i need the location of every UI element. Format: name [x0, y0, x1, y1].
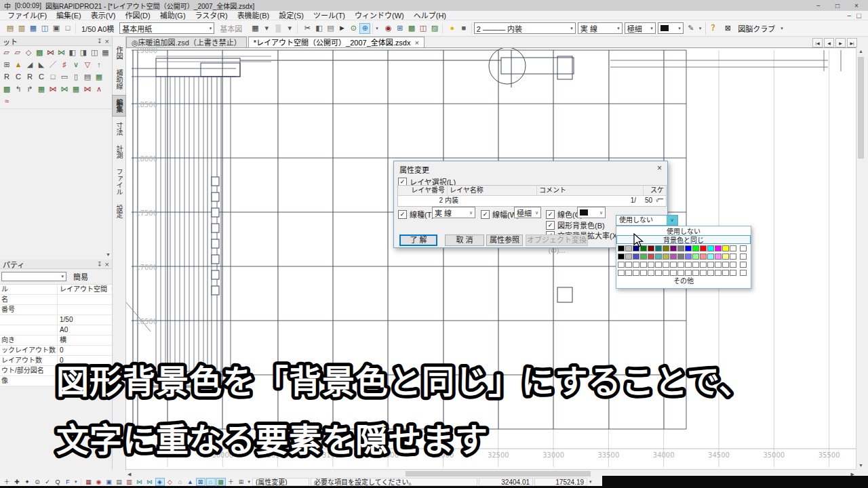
tool-icon[interactable]: ▣: [51, 23, 62, 34]
help-icon[interactable]: ？: [709, 23, 720, 34]
tool-icon[interactable]: ●: [447, 23, 458, 34]
pen-icon[interactable]: ✎: [686, 23, 696, 34]
palette-icon[interactable]: ▦: [71, 83, 81, 94]
color-swatch[interactable]: [670, 253, 677, 260]
color-swatch[interactable]: [633, 253, 639, 260]
tool-icon[interactable]: ⊙: [33, 478, 42, 486]
pin-icon[interactable]: ↧: [97, 38, 102, 45]
cancel-button[interactable]: 取 消: [445, 235, 484, 246]
mode-tab-3[interactable]: 寸法: [112, 118, 126, 140]
status-overflow-icon[interactable]: ▾: [248, 479, 252, 485]
tool-icon[interactable]: ▥: [125, 478, 134, 486]
color-swatch[interactable]: [663, 253, 669, 260]
layer-select[interactable]: 2 ――― 内装▾: [474, 22, 576, 34]
tool-icon[interactable]: ▾: [261, 23, 272, 34]
palette-icon[interactable]: ⋈: [45, 47, 56, 58]
palette-icon[interactable]: ∧: [94, 83, 104, 94]
dialog-linewidth-select[interactable]: 極細∨: [514, 207, 541, 218]
color-swatch[interactable]: [740, 245, 747, 251]
property-row[interactable]: A0: [0, 325, 112, 336]
tool-icon[interactable]: ⊙: [348, 23, 359, 34]
minimize-icon[interactable]: −: [811, 2, 826, 9]
color-swatch[interactable]: [700, 253, 707, 260]
property-row[interactable]: 名: [0, 295, 112, 305]
color-swatch[interactable]: [692, 245, 699, 251]
palette-icon[interactable]: ↰: [13, 83, 24, 94]
tool-icon[interactable]: ▤: [325, 23, 336, 34]
tool-icon[interactable]: ▦: [28, 23, 39, 34]
color-swatch[interactable]: [700, 262, 707, 268]
property-row[interactable]: ルレイアウト空間（公開可）_2007_: [0, 285, 112, 295]
color-swatch[interactable]: [715, 245, 722, 251]
palette-icon[interactable]: ▦: [94, 71, 104, 82]
attribute-ref-button[interactable]: 属性参照: [486, 235, 523, 246]
color-swatch[interactable]: [722, 245, 729, 251]
palette-icon[interactable]: ♯: [59, 59, 70, 70]
color-swatch[interactable]: [663, 270, 669, 276]
linetype-select[interactable]: 実 線▾: [578, 22, 623, 34]
restore-icon[interactable]: □: [830, 2, 845, 9]
property-row[interactable]: 1/50: [0, 315, 112, 325]
color-swatch[interactable]: [730, 262, 736, 268]
color-swatch[interactable]: [640, 253, 647, 260]
tool-icon[interactable]: ⌂: [176, 478, 185, 486]
palette-icon[interactable]: ／: [47, 59, 58, 70]
palette-icon[interactable]: □: [47, 71, 58, 82]
color-swatch[interactable]: [625, 262, 632, 268]
tool-icon[interactable]: ✂: [302, 23, 313, 34]
color-swatch[interactable]: [663, 262, 669, 268]
tab-nav-icon[interactable]: ◀: [824, 38, 834, 47]
tool-icon[interactable]: ▤: [115, 478, 124, 486]
palette-icon[interactable]: ◇: [23, 47, 33, 58]
vertical-scrollbar[interactable]: ▲ ▼: [856, 47, 865, 469]
color-swatch[interactable]: [707, 262, 714, 268]
palette-icon[interactable]: ▩: [1, 83, 12, 94]
color-swatch[interactable]: [670, 245, 677, 251]
palette-icon[interactable]: ⋈: [82, 83, 93, 94]
color-swatch[interactable]: [633, 262, 639, 268]
menu-item[interactable]: 補助(G): [155, 11, 191, 20]
color-swatch[interactable]: [730, 253, 736, 260]
color-swatch[interactable]: [655, 270, 662, 276]
color-swatch[interactable]: [730, 270, 736, 276]
tool-icon[interactable]: ⊕: [359, 23, 370, 34]
tool-icon[interactable]: ✚: [12, 478, 22, 486]
tool-icon[interactable]: ◇: [165, 478, 175, 486]
color-swatch[interactable]: [625, 253, 632, 260]
tool-icon[interactable]: ✦: [22, 478, 32, 486]
palette-icon[interactable]: ◧: [67, 47, 77, 58]
property-target-select[interactable]: ▾: [1, 272, 66, 281]
palette-icon[interactable]: ⋈: [56, 47, 66, 58]
color-swatch[interactable]: [618, 262, 625, 268]
color-swatch[interactable]: [677, 253, 684, 260]
color-swatch[interactable]: [700, 245, 707, 251]
property-row[interactable]: ックレイアウト数0: [0, 346, 112, 356]
status-overflow-icon[interactable]: ▾: [589, 479, 593, 485]
tool-icon[interactable]: ⊠: [196, 478, 205, 486]
tool-icon[interactable]: □: [62, 23, 73, 34]
tool-icon[interactable]: Q: [53, 478, 62, 486]
tool-icon[interactable]: ▩: [406, 23, 417, 34]
menu-item[interactable]: ツール(T): [309, 11, 350, 20]
menu-item[interactable]: 作図(D): [120, 11, 155, 20]
mode-tab-0[interactable]: 作図: [112, 42, 126, 64]
color-swatch[interactable]: [618, 253, 625, 260]
color-swatch[interactable]: [692, 270, 699, 276]
zuno-club-button[interactable]: 図脳クラブ: [735, 23, 778, 34]
horizontal-scroll-thumb[interactable]: [406, 471, 591, 476]
tool-icon[interactable]: ◧: [313, 23, 324, 34]
linewidth-select[interactable]: 極細▾: [625, 22, 656, 34]
scroll-left-icon[interactable]: ◀: [127, 472, 131, 477]
tool-icon[interactable]: ◫: [418, 23, 429, 34]
option-other[interactable]: その他: [616, 277, 751, 285]
color-swatch[interactable]: [640, 270, 647, 276]
child-minimize-icon[interactable]: −: [847, 12, 851, 20]
tab-nav-icon[interactable]: ▶|: [847, 38, 857, 47]
color-swatch[interactable]: [692, 253, 699, 260]
color-swatch[interactable]: [730, 245, 736, 251]
color-swatch[interactable]: [633, 245, 639, 251]
palette-icon[interactable]: ▽: [82, 59, 93, 70]
color-swatch[interactable]: [692, 262, 699, 268]
color-swatch[interactable]: [663, 245, 669, 251]
option-no-use[interactable]: 使用しない: [616, 226, 751, 235]
